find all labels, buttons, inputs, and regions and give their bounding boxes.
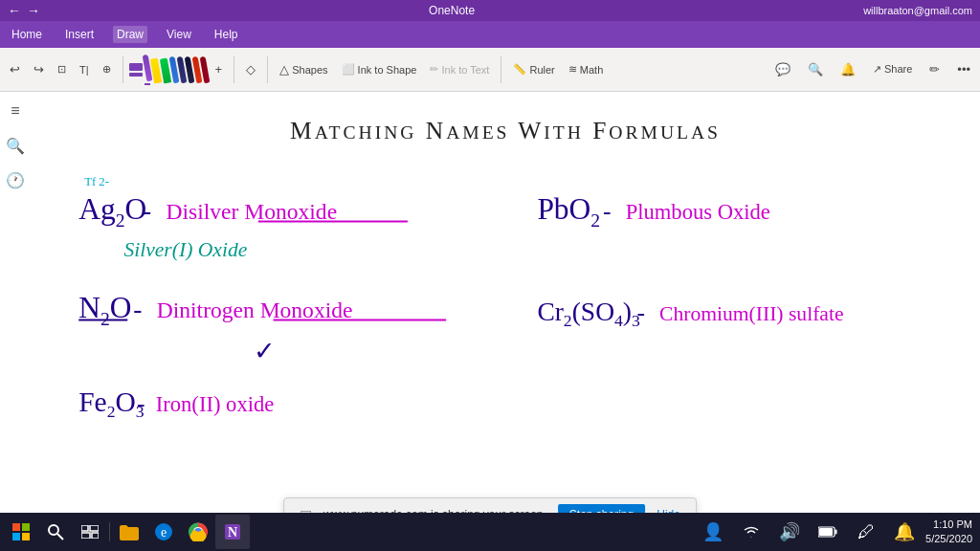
svg-line-5 (57, 534, 63, 540)
lasso-button[interactable]: ⊡ (52, 53, 72, 87)
taskbar-edge-icon[interactable]: e (146, 515, 181, 549)
annotation-tf: Tf 2- (84, 175, 109, 188)
taskbar-onenote-icon[interactable]: N (215, 515, 250, 549)
checkmark: ✓ (254, 337, 276, 365)
ink-to-shape-button[interactable]: ⬜ Ink to Shape (336, 53, 423, 87)
pen-green[interactable] (162, 58, 169, 85)
taskbar-chrome-icon[interactable] (181, 515, 215, 549)
pen-darkred[interactable] (202, 56, 208, 85)
menu-help[interactable]: Help (211, 26, 242, 43)
taskbar-volume-icon[interactable]: 🔊 (772, 515, 807, 549)
dash-4: - (603, 197, 612, 225)
svg-rect-18 (819, 528, 833, 536)
svg-rect-8 (81, 533, 90, 539)
eraser-button[interactable]: ◇ (240, 53, 261, 87)
windows-icon (12, 523, 30, 540)
separator-1 (122, 56, 123, 83)
sidebar-search-icon[interactable]: 🔍 (4, 134, 27, 157)
taskbar-separator (109, 522, 110, 541)
shapes-label: Shapes (292, 64, 327, 76)
search-taskbar-icon (47, 523, 64, 540)
pen-red[interactable] (194, 56, 200, 85)
math-button[interactable]: ≋ Math (563, 53, 610, 87)
sidebar: ≡ 🔍 🕐 (0, 92, 31, 191)
svg-rect-0 (12, 523, 20, 531)
math-label: Math (580, 64, 603, 76)
notifications-taskbar-icon[interactable]: 🔔 (887, 515, 922, 549)
name-disilver: Disilver Monoxide (167, 199, 338, 224)
canvas-area[interactable]: MATCHING NAMES WITH FORMULAS Tf 2- Ag2O … (31, 92, 980, 505)
main-content: MATCHING NAMES WITH FORMULAS Tf 2- Ag2O … (31, 92, 980, 505)
formula-n2o: N2O (78, 291, 131, 329)
name-iron: Iron(II) oxide (156, 392, 274, 416)
ink-to-text-label: Ink to Text (441, 64, 489, 76)
menu-insert[interactable]: Insert (61, 26, 98, 43)
start-button[interactable] (4, 515, 38, 549)
search-taskbar-button[interactable] (38, 515, 73, 549)
formula-ag2o: Ag2O (78, 192, 146, 231)
taskbar-pen-icon[interactable]: 🖊 (849, 515, 883, 549)
sidebar-pages-icon[interactable]: ≡ (4, 99, 27, 122)
svg-rect-3 (22, 533, 30, 540)
forward-button[interactable]: → (27, 3, 40, 18)
name-dinitrogen: Dinitrogen Monoxide (157, 298, 353, 322)
more-button[interactable]: ••• (951, 53, 976, 87)
notifications-button[interactable]: 🔔 (835, 53, 861, 87)
title-bar: ← → OneNote willbraaton@gmail.com (0, 0, 980, 21)
task-view-button[interactable] (73, 515, 107, 549)
onenote-icon: N (223, 522, 242, 541)
battery-icon (818, 526, 837, 538)
menu-draw[interactable]: Draw (113, 26, 147, 43)
svg-text:e: e (161, 525, 167, 540)
back-button[interactable]: ← (8, 3, 21, 18)
pen-yellow[interactable] (152, 58, 160, 85)
sidebar-recent-icon[interactable]: 🕐 (4, 168, 27, 191)
svg-rect-7 (90, 525, 99, 531)
move-button[interactable]: ⊕ (97, 53, 117, 87)
dash-1: - (143, 196, 151, 225)
shapes-button[interactable]: △ Shapes (274, 53, 333, 87)
share-button[interactable]: ↗ Share (867, 53, 918, 87)
pen-dark2[interactable] (187, 56, 192, 85)
type-button[interactable]: T| (74, 53, 95, 87)
formula-pbo2: PbO2 (537, 192, 600, 231)
svg-rect-6 (81, 525, 88, 531)
pen-tools (145, 55, 208, 85)
ink-to-text-button[interactable]: ✏ Ink to Text (424, 53, 495, 87)
separator-2 (234, 56, 234, 83)
taskbar-people-icon[interactable]: 👤 (696, 515, 730, 549)
taskbar-folder-icon[interactable] (112, 515, 146, 549)
menu-view[interactable]: View (163, 26, 195, 43)
taskbar: e N 👤 🔊 (0, 513, 980, 551)
svg-rect-2 (12, 533, 20, 540)
taskbar-date-display: 5/25/2020 (925, 532, 972, 546)
taskbar-battery-icon[interactable] (811, 515, 845, 549)
ruler-label: Ruler (529, 64, 554, 76)
pen-dark1[interactable] (179, 56, 185, 85)
svg-point-4 (49, 525, 58, 535)
pen-purple[interactable] (145, 55, 150, 85)
comment-button[interactable]: 💬 (769, 53, 796, 87)
dash-2: - (133, 295, 142, 323)
color-swatch-purple[interactable] (129, 63, 143, 77)
taskbar-wifi-icon[interactable] (734, 515, 768, 549)
folder-icon (120, 523, 139, 540)
taskbar-time-display: 1:10 PM (925, 518, 972, 532)
redo-button[interactable]: ↪ (28, 53, 50, 87)
search-button[interactable]: 🔍 (802, 53, 829, 87)
svg-rect-1 (22, 523, 30, 531)
ink-to-shape-label: Ink to Shape (358, 64, 417, 76)
user-email: willbraaton@gmail.com (863, 5, 972, 16)
dash-3: - (137, 389, 145, 417)
ruler-button[interactable]: 📏 Ruler (507, 53, 560, 87)
pen-blue[interactable] (171, 56, 177, 85)
wifi-icon (743, 525, 760, 539)
menu-home[interactable]: Home (8, 26, 46, 43)
name-chromium: Chromium(III) sulfate (659, 302, 844, 325)
add-pen-button[interactable]: + (210, 53, 229, 87)
chrome-icon (189, 522, 208, 541)
pen-mode-button[interactable]: ✏ (924, 53, 946, 87)
undo-button[interactable]: ↩ (4, 53, 26, 87)
separator-3 (267, 56, 268, 83)
taskbar-clock: 1:10 PM 5/25/2020 (925, 518, 972, 547)
